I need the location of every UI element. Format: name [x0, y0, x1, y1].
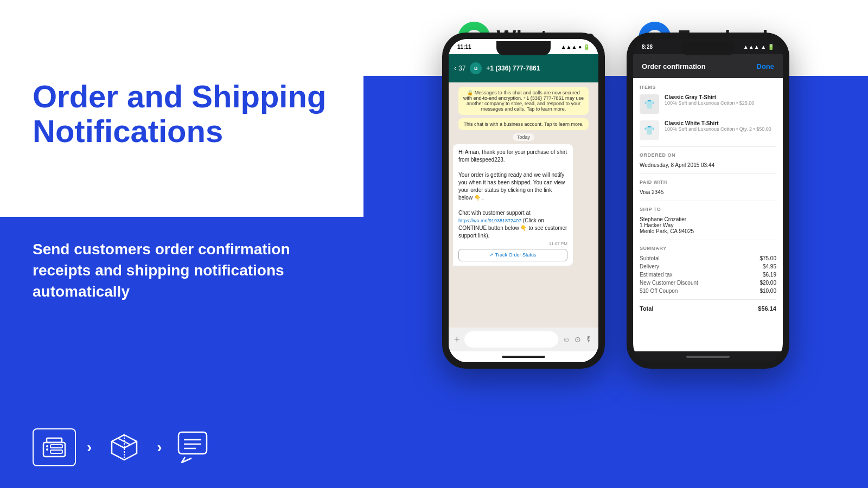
fb-header: Order confirmation Done: [633, 54, 783, 78]
wa-back-count: 37: [458, 65, 465, 72]
wa-encryption-notice: 🔒 Messages to this chat and calls are no…: [458, 87, 589, 115]
fb-item2-image: 👕: [640, 120, 659, 140]
headline-section: Order and Shipping Notifications: [0, 0, 363, 217]
fb-discount-row: New Customer Discount $20.00: [640, 280, 776, 286]
fb-delivery-value: $4.95: [763, 264, 776, 269]
fb-ship-to-row: Stephane Crozatier1 Hacker WayMenlo Park…: [640, 216, 776, 234]
fb-divider-4: [640, 240, 776, 240]
svg-rect-6: [178, 432, 207, 454]
fb-coupon-value: $10.00: [760, 288, 776, 294]
fb-subtotal-value: $75.00: [760, 255, 776, 261]
fb-signal: ▲▲▲ ▲ 🔋: [743, 44, 774, 50]
wa-message-time: 11:07 PM: [458, 241, 567, 247]
wa-sticker-icon[interactable]: ☺: [563, 335, 570, 344]
fb-ship-to-value: Stephane Crozatier1 Hacker WayMenlo Park…: [640, 216, 694, 234]
right-panel: Whatsapp Facebook 11:11 ▲▲▲ ● 🔋: [363, 0, 868, 488]
svg-point-3: [46, 448, 48, 451]
fb-item1-details: Classic Gray T-Shirt 100% Soft and Luxur…: [665, 94, 776, 106]
fb-ship-to-label: SHIP TO: [640, 207, 776, 212]
fb-ordered-on-value: Wednesday, 8 April 2015 03:44: [640, 162, 714, 168]
fb-divider-3: [640, 201, 776, 201]
subtitle-section: Send customers order confirmation receip…: [0, 217, 363, 488]
wa-text-input[interactable]: [464, 331, 558, 348]
wa-track-button[interactable]: ↗ Track Order Status: [458, 249, 567, 261]
fb-delivery-label: Delivery: [640, 264, 659, 269]
fb-item1-image: 👕: [640, 94, 659, 114]
fb-item2-name: Classic White T-Shirt: [665, 120, 776, 126]
fb-header-done[interactable]: Done: [757, 62, 775, 70]
wa-signal: ▲▲▲ ● 🔋: [561, 44, 590, 50]
wa-bottom-bar: [449, 351, 598, 362]
fb-divider-5: [640, 299, 776, 300]
store-icon: [33, 428, 76, 466]
svg-rect-4: [50, 445, 62, 448]
fb-item-2: 👕 Classic White T-Shirt 100% Soft and Lu…: [640, 120, 776, 140]
package-icon: [103, 428, 146, 466]
fb-tax-row: Estimated tax $6.19: [640, 272, 776, 278]
fb-items-label: ITEMS: [640, 85, 776, 90]
fb-paid-with-value: Visa 2345: [640, 189, 663, 195]
fb-total-label: Total: [640, 305, 653, 312]
wa-status-bar: 11:11 ▲▲▲ ● 🔋: [449, 39, 598, 54]
wa-back-button[interactable]: ‹ 37: [454, 65, 465, 72]
left-panel: Order and Shipping Notifications Send cu…: [0, 0, 363, 488]
arrow-icon-2: ›: [157, 439, 162, 456]
fb-paid-with-label: PAID WITH: [640, 179, 776, 185]
facebook-screen: 8:28 ▲▲▲ ▲ 🔋 Order confirmation Done ITE…: [633, 39, 783, 362]
fb-item1-sub: 100% Soft and Luxurious Cotton • $25.00: [665, 100, 776, 106]
fb-ordered-on-row: Wednesday, 8 April 2015 03:44: [640, 162, 776, 168]
fb-subtotal-label: Subtotal: [640, 255, 660, 261]
fb-divider-2: [640, 174, 776, 174]
wa-date-label: Today: [513, 133, 534, 141]
fb-home-indicator: [686, 356, 730, 358]
wa-back-arrow: ‹: [454, 65, 456, 72]
fb-order-body: ITEMS 👕 Classic Gray T-Shirt 100% Soft a…: [633, 78, 783, 351]
fb-total-value: $56.14: [758, 305, 776, 312]
fb-paid-with-row: Visa 2345: [640, 189, 776, 195]
fb-discount-value: $20.00: [760, 280, 776, 286]
facebook-phone: 8:28 ▲▲▲ ▲ 🔋 Order confirmation Done ITE…: [627, 33, 789, 369]
svg-rect-1: [47, 438, 62, 442]
fb-status-bar: 8:28 ▲▲▲ ▲ 🔋: [633, 39, 783, 54]
wa-business-notice: This chat is with a business account. Ta…: [458, 118, 589, 130]
fb-ordered-on-label: ORDERED ON: [640, 152, 776, 158]
svg-point-2: [46, 445, 48, 447]
icon-row: › ›: [33, 428, 336, 466]
wa-mic-icon[interactable]: 🎙: [585, 335, 593, 344]
wa-footer: + ☺ ⊙ 🎙: [449, 328, 598, 351]
fb-bottom-bar: [633, 351, 783, 362]
fb-header-title: Order confirmation: [642, 62, 706, 70]
phones-container: 11:11 ▲▲▲ ● 🔋 ‹ 37 B +1 (336) 777-7861: [363, 33, 868, 369]
wa-support-link[interactable]: https://wa.me/919381872407: [458, 218, 521, 223]
wa-contact-avatar: B: [470, 62, 482, 74]
page-title: Order and Shipping Notifications: [33, 79, 336, 149]
whatsapp-screen: 11:11 ▲▲▲ ● 🔋 ‹ 37 B +1 (336) 777-7861: [449, 39, 598, 362]
subtitle-text: Send customers order confirmation receip…: [33, 239, 336, 303]
wa-header: ‹ 37 B +1 (336) 777-7861: [449, 54, 598, 82]
svg-rect-5: [50, 450, 62, 453]
fb-item-1: 👕 Classic Gray T-Shirt 100% Soft and Lux…: [640, 94, 776, 114]
fb-tax-value: $6.19: [763, 272, 776, 278]
wa-plus-icon[interactable]: +: [454, 334, 460, 345]
fb-total-row: Total $56.14: [640, 305, 776, 312]
phones-background: 11:11 ▲▲▲ ● 🔋 ‹ 37 B +1 (336) 777-7861: [363, 76, 868, 488]
chat-icon: [173, 428, 216, 466]
whatsapp-phone: 11:11 ▲▲▲ ● 🔋 ‹ 37 B +1 (336) 777-7861: [442, 33, 605, 369]
wa-home-indicator: [502, 356, 545, 358]
arrow-icon-1: ›: [87, 439, 92, 456]
wa-camera-icon[interactable]: ⊙: [575, 335, 581, 344]
fb-delivery-row: Delivery $4.95: [640, 264, 776, 269]
fb-subtotal-row: Subtotal $75.00: [640, 255, 776, 261]
fb-time: 8:28: [642, 44, 653, 50]
fb-coupon-row: $10 Off Coupon $10.00: [640, 288, 776, 294]
wa-message-body: 🔒 Messages to this chat and calls are no…: [449, 82, 598, 328]
wa-message-bubble: Hi Aman, thank you for your purchase of …: [453, 144, 573, 266]
wa-time: 11:11: [457, 44, 471, 50]
fb-item2-sub: 100% Soft and Luxurious Cotton • Qty. 2 …: [665, 126, 776, 132]
fb-summary-label: SUMMARY: [640, 246, 776, 251]
fb-tax-label: Estimated tax: [640, 272, 673, 278]
wa-contact-name: +1 (336) 777-7861: [486, 65, 593, 72]
fb-divider-1: [640, 146, 776, 147]
fb-item1-name: Classic Gray T-Shirt: [665, 94, 776, 100]
fb-coupon-label: $10 Off Coupon: [640, 288, 678, 294]
